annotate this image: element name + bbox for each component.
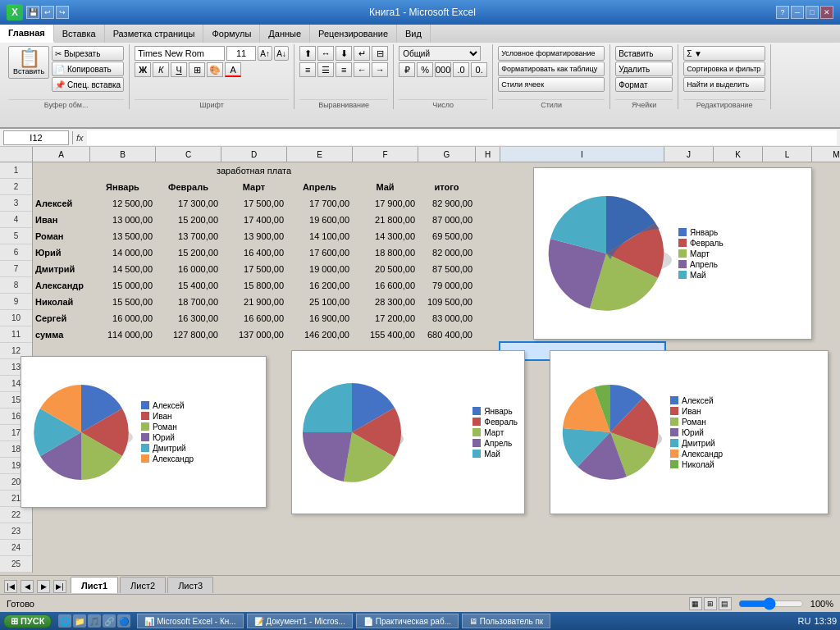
tab-nav-first[interactable]: |◀ [4, 580, 17, 593]
cell-25-1[interactable] [90, 556, 156, 573]
chart2-box[interactable]: Алексей Иван Роман Юрий Дмитрий Александ… [21, 356, 267, 508]
cell-10-7[interactable] [476, 310, 500, 326]
format-cells-btn[interactable]: Формат [615, 77, 673, 92]
cell-25-5[interactable] [353, 556, 418, 573]
cell-24-7[interactable] [476, 540, 500, 556]
cell-8-6[interactable]: 79 000,00 [418, 277, 476, 294]
row-num-2[interactable]: 2 [0, 179, 32, 195]
cell-11-12[interactable] [812, 326, 840, 343]
cell-24-5[interactable] [353, 540, 418, 556]
cell-24-12[interactable] [812, 540, 840, 556]
underline-btn[interactable]: Ч [171, 62, 187, 77]
align-middle-btn[interactable]: ↔ [317, 46, 334, 61]
chart4-box[interactable]: Алексей Иван Роман Юрий Дмитрий Александ… [550, 350, 829, 514]
tab-formulas[interactable]: Формулы [203, 25, 260, 43]
cell-10-4[interactable]: 16 900,00 [287, 310, 353, 326]
cell-23-3[interactable] [221, 523, 287, 540]
cell-24-11[interactable] [763, 540, 812, 556]
cut-button[interactable]: ✂ Вырезать [52, 46, 124, 61]
cell-9-1[interactable]: 15 500,00 [90, 294, 156, 310]
formula-input[interactable] [87, 130, 837, 145]
cell-25-0[interactable] [33, 556, 90, 573]
cell-9-2[interactable]: 18 700,00 [156, 294, 221, 310]
cell-2-6[interactable]: итого [418, 179, 476, 195]
cell-11-7[interactable] [476, 326, 500, 343]
thousands-btn[interactable]: 000 [435, 62, 451, 77]
align-bottom-btn[interactable]: ⬇ [336, 46, 352, 61]
cell-10-5[interactable]: 17 200,00 [353, 310, 418, 326]
tab-sheet1[interactable]: Лист1 [71, 577, 118, 593]
cell-3-5[interactable]: 17 900,00 [353, 195, 418, 212]
cell-styles-btn[interactable]: Стили ячеек [498, 77, 605, 92]
cell-25-11[interactable] [763, 556, 812, 573]
cell-4-6[interactable]: 87 000,00 [418, 212, 476, 228]
cell-10-12[interactable] [812, 310, 840, 326]
cell-24-8[interactable] [500, 540, 664, 556]
cell-4-1[interactable]: 13 000,00 [90, 212, 156, 228]
cell-1-12[interactable] [812, 162, 840, 179]
border-btn[interactable]: ⊞ [189, 62, 205, 77]
row-num-22[interactable]: 22 [0, 507, 32, 523]
cell-9-7[interactable] [476, 294, 500, 310]
cell-6-7[interactable] [476, 244, 500, 261]
cell-24-2[interactable] [156, 540, 221, 556]
row-num-3[interactable]: 3 [0, 195, 32, 212]
taskbar-user-btn[interactable]: 🖥 Пользователь пк [462, 614, 550, 628]
cell-23-9[interactable] [664, 523, 714, 540]
cell-2-2[interactable]: Февраль [156, 179, 221, 195]
cell-25-9[interactable] [664, 556, 714, 573]
col-header-a[interactable]: A [33, 147, 90, 162]
cell-25-6[interactable] [418, 556, 476, 573]
cell-22-3[interactable] [221, 507, 287, 523]
cell-8-12[interactable] [812, 277, 840, 294]
cell-2-12[interactable] [812, 179, 840, 195]
cell-2-1[interactable]: Январь [90, 179, 156, 195]
autosum-btn[interactable]: Σ ▼ [683, 46, 765, 61]
row-num-25[interactable]: 25 [0, 556, 32, 573]
cell-10-0[interactable]: Сергей [33, 310, 90, 326]
merge-btn[interactable]: ⊟ [372, 46, 388, 61]
increase-decimal-btn[interactable]: .0 [453, 62, 469, 77]
cell-5-4[interactable]: 14 100,00 [287, 228, 353, 244]
cell-3-7[interactable] [476, 195, 500, 212]
tab-home[interactable]: Главная [0, 25, 54, 43]
folder-icon[interactable]: 📁 [73, 614, 86, 628]
cell-11-5[interactable]: 155 400,00 [353, 326, 418, 343]
cell-23-12[interactable] [812, 523, 840, 540]
cell-24-9[interactable] [664, 540, 714, 556]
cell-3-12[interactable] [812, 195, 840, 212]
conditional-format-btn[interactable]: Условное форматирование [498, 46, 605, 61]
fill-color-btn[interactable]: 🎨 [207, 62, 223, 77]
tab-nav-last[interactable]: ▶| [53, 580, 66, 593]
align-right-btn[interactable]: ≡ [336, 62, 352, 77]
cell-23-2[interactable] [156, 523, 221, 540]
cell-4-5[interactable]: 21 800,00 [353, 212, 418, 228]
cell-7-6[interactable]: 87 500,00 [418, 261, 476, 277]
save-quick-btn[interactable]: 💾 [26, 6, 39, 19]
cell-6-4[interactable]: 17 600,00 [287, 244, 353, 261]
italic-btn[interactable]: К [153, 62, 169, 77]
col-header-m[interactable]: M [812, 147, 840, 162]
cell-7-1[interactable]: 14 500,00 [90, 261, 156, 277]
cell-9-6[interactable]: 109 500,00 [418, 294, 476, 310]
col-header-f[interactable]: F [353, 147, 418, 162]
cell-7-5[interactable]: 20 500,00 [353, 261, 418, 277]
paste-button[interactable]: 📋 Вставить [8, 46, 49, 79]
cell-23-0[interactable] [33, 523, 90, 540]
taskbar-excel-btn[interactable]: 📊 Microsoft Excel - Кн... [137, 614, 243, 628]
decrease-decimal-btn[interactable]: 0. [471, 62, 487, 77]
cell-10-1[interactable]: 16 000,00 [90, 310, 156, 326]
cell-8-7[interactable] [476, 277, 500, 294]
minimize-btn[interactable]: ─ [791, 6, 804, 19]
cell-3-2[interactable]: 17 300,00 [156, 195, 221, 212]
cell-3-4[interactable]: 17 700,00 [287, 195, 353, 212]
cell-23-5[interactable] [353, 523, 418, 540]
tab-sheet3[interactable]: Лист3 [167, 577, 213, 593]
cell-4-12[interactable] [812, 212, 840, 228]
taskbar-word-btn[interactable]: 📝 Документ1 - Micros... [247, 614, 353, 628]
cell-25-7[interactable] [476, 556, 500, 573]
paste-special-button[interactable]: 📌 Спец. вставка [52, 77, 124, 92]
cell-4-3[interactable]: 17 400,00 [221, 212, 287, 228]
cell-7-7[interactable] [476, 261, 500, 277]
cell-6-2[interactable]: 15 200,00 [156, 244, 221, 261]
